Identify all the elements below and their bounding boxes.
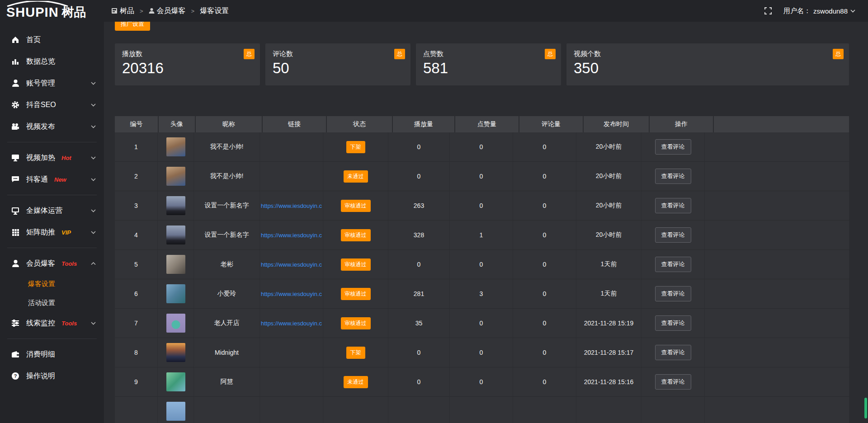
chevron-down-icon <box>91 209 96 212</box>
username-label: 用户名： <box>783 7 811 15</box>
sidebar-subitem-label: 活动设置 <box>28 299 55 307</box>
filler-cell <box>705 279 849 308</box>
video-link[interactable]: https://www.iesdouyin.c <box>261 202 322 209</box>
view-comments-button[interactable]: 查看评论 <box>655 169 691 184</box>
row-number: 7 <box>115 309 158 338</box>
sidebar-subitem-baoke-settings[interactable]: 爆客设置 <box>0 274 104 293</box>
breadcrumb-separator: > <box>140 8 143 14</box>
view-comments-button[interactable]: 查看评论 <box>655 286 691 301</box>
bar-chart-icon <box>11 57 20 66</box>
hot-tag: Hot <box>61 155 71 161</box>
status-badge[interactable]: 下架 <box>346 347 365 359</box>
sidebar-subitem-label: 爆客设置 <box>28 280 55 288</box>
avatar-image <box>166 255 185 274</box>
comments-cell: 0 <box>513 309 576 338</box>
video-link[interactable]: https://www.iesdouyin.c <box>261 291 322 297</box>
table-row: 1 我不是小帅! 下架 0 0 0 20小时前 查看评论 <box>115 132 849 162</box>
chevron-down-icon <box>91 178 96 181</box>
action-cell: 查看评论 <box>642 338 705 367</box>
brand-name-en: SHUPIN <box>6 6 59 19</box>
sidebar-item-label: 矩阵助推 <box>26 228 55 237</box>
status-badge[interactable]: 下架 <box>346 141 365 153</box>
time-cell: 20小时前 <box>576 162 642 191</box>
column-header-number: 编号 <box>115 116 158 132</box>
view-comments-button[interactable]: 查看评论 <box>655 198 691 213</box>
action-cell: 查看评论 <box>642 279 705 308</box>
view-comments-button[interactable]: 查看评论 <box>655 257 691 272</box>
plays-cell: 0 <box>388 250 450 279</box>
sidebar-item-member-baoke[interactable]: 会员爆客 Tools <box>0 253 104 274</box>
sidebar-subitem-activity-settings[interactable]: 活动设置 <box>0 293 104 312</box>
sidebar-item-operation-guide[interactable]: ? 操作说明 <box>0 365 104 387</box>
status-badge[interactable]: 审核通过 <box>341 200 371 212</box>
chevron-down-icon <box>91 156 96 160</box>
sidebar-item-label: 视频加热 <box>26 153 55 163</box>
view-comments-button[interactable]: 查看评论 <box>655 374 691 390</box>
nickname-cell: 我不是小帅! <box>194 132 260 161</box>
likes-cell <box>450 397 513 423</box>
status-badge[interactable]: 审核通过 <box>341 317 371 329</box>
status-badge[interactable]: 未通过 <box>344 376 368 388</box>
svg-text:?: ? <box>14 373 17 379</box>
stat-card-likes: 点赞数 581 总 <box>416 43 561 85</box>
comments-cell: 0 <box>513 279 576 308</box>
videos-table: 编号 头像 昵称 链接 状态 播放量 点赞量 评论量 发布时间 操作 1 我不是… <box>115 116 849 423</box>
video-link[interactable]: https://www.iesdouyin.c <box>261 261 322 268</box>
avatar-cell <box>158 309 194 338</box>
sidebar-item-consumption-details[interactable]: 消费明细 <box>0 343 104 365</box>
action-cell: 查看评论 <box>642 309 705 338</box>
table-row: 9 阿慧 未通过 0 0 0 2021-11-28 15:16 查看评论 <box>115 367 849 397</box>
action-cell: 查看评论 <box>642 162 705 191</box>
time-cell: 2021-11-28 15:17 <box>576 338 642 367</box>
member-icon <box>11 259 20 268</box>
user-menu[interactable]: 用户名：zswodun88 <box>783 7 855 15</box>
filler-cell <box>705 191 849 220</box>
status-badge[interactable]: 审核通过 <box>341 229 371 241</box>
likes-cell: 0 <box>450 367 513 396</box>
sidebar-item-data-overview[interactable]: 数据总览 <box>0 51 104 72</box>
sidebar-item-douketong[interactable]: 抖客通 New <box>0 169 104 190</box>
breadcrumb-item-home[interactable]: 树品 <box>111 6 134 16</box>
breadcrumb-item-member[interactable]: 会员爆客 <box>149 6 186 16</box>
sidebar-item-video-heating[interactable]: 视频加热 Hot <box>0 147 104 169</box>
avatar-cell <box>158 367 194 396</box>
table-row: 5 老彬 https://www.iesdouyin.c 审核通过 0 0 0 … <box>115 250 849 279</box>
sidebar-item-video-publish[interactable]: 视频发布 <box>0 116 104 137</box>
sidebar-item-home[interactable]: 首页 <box>0 29 104 51</box>
link-cell: https://www.iesdouyin.c <box>260 221 323 249</box>
status-badge[interactable]: 未通过 <box>344 170 368 183</box>
video-link[interactable]: https://www.iesdouyin.c <box>261 320 322 327</box>
sidebar-item-douyin-seo[interactable]: 抖音SEO <box>0 94 104 116</box>
plays-cell: 328 <box>388 221 450 249</box>
view-comments-button[interactable]: 查看评论 <box>655 345 691 360</box>
comments-cell <box>513 397 576 423</box>
view-comments-button[interactable]: 查看评论 <box>655 315 691 331</box>
table-row: 4 设置一个新名字 https://www.iesdouyin.c 审核通过 3… <box>115 221 849 250</box>
view-comments-button[interactable]: 查看评论 <box>655 139 691 155</box>
brand-logo: SHUPIN 树品 <box>0 0 104 22</box>
time-cell: 20小时前 <box>576 221 642 249</box>
app-icon <box>111 8 118 14</box>
status-badge[interactable]: 审核通过 <box>341 288 371 300</box>
grid-icon <box>11 229 20 236</box>
plays-cell: 0 <box>388 367 450 396</box>
avatar-image <box>166 167 185 186</box>
view-comments-button[interactable]: 查看评论 <box>655 227 691 243</box>
plays-cell <box>388 397 450 423</box>
scrollbar-thumb[interactable] <box>864 398 867 418</box>
filler-cell <box>705 221 849 249</box>
sidebar-item-matrix-boost[interactable]: 矩阵助推 VIP <box>0 221 104 243</box>
avatar-image <box>166 196 185 215</box>
sidebar-item-media-operation[interactable]: 全媒体运营 <box>0 200 104 221</box>
sidebar-item-clue-monitoring[interactable]: 线索监控 Tools <box>0 312 104 334</box>
sidebar-item-account-management[interactable]: 账号管理 <box>0 72 104 94</box>
video-link[interactable]: https://www.iesdouyin.c <box>261 232 322 239</box>
plays-cell: 0 <box>388 162 450 191</box>
column-header-avatar: 头像 <box>159 116 195 132</box>
row-number: 5 <box>115 250 158 279</box>
monitor-icon <box>11 207 20 215</box>
fullscreen-icon[interactable] <box>764 7 772 14</box>
row-number: 8 <box>115 338 158 367</box>
breadcrumb-label: 会员爆客 <box>157 6 186 16</box>
status-badge[interactable]: 审核通过 <box>341 258 371 271</box>
